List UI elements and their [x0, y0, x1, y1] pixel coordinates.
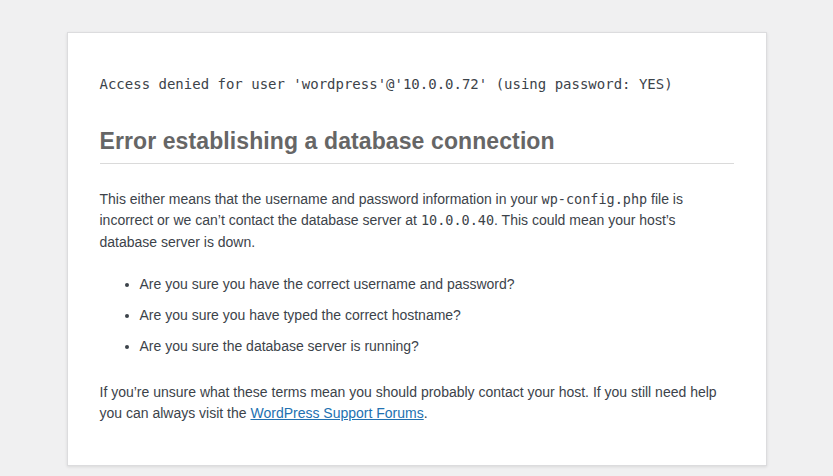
- explanation-paragraph: This either means that the username and …: [100, 189, 734, 254]
- explanation-text-1: This either means that the username and …: [100, 191, 542, 207]
- page-title: Error establishing a database connection: [100, 128, 734, 164]
- troubleshooting-list: Are you sure you have the correct userna…: [100, 274, 734, 357]
- support-forums-link[interactable]: WordPress Support Forums: [250, 405, 423, 421]
- list-item-server-running: Are you sure the database server is runn…: [140, 336, 734, 357]
- help-paragraph: If you’re unsure what these terms mean y…: [100, 382, 734, 425]
- help-text-after-link: .: [424, 405, 428, 421]
- error-page-card: Access denied for user 'wordpress'@'10.0…: [67, 32, 767, 466]
- database-error-message: Access denied for user 'wordpress'@'10.0…: [100, 74, 734, 96]
- list-item-hostname: Are you sure you have typed the correct …: [140, 305, 734, 326]
- db-host-code: 10.0.0.40: [421, 212, 494, 228]
- error-page: { "page": { "background_color": "#f0f0f1…: [0, 0, 833, 476]
- list-item-credentials: Are you sure you have the correct userna…: [140, 274, 734, 295]
- wp-config-code: wp-config.php: [542, 191, 648, 207]
